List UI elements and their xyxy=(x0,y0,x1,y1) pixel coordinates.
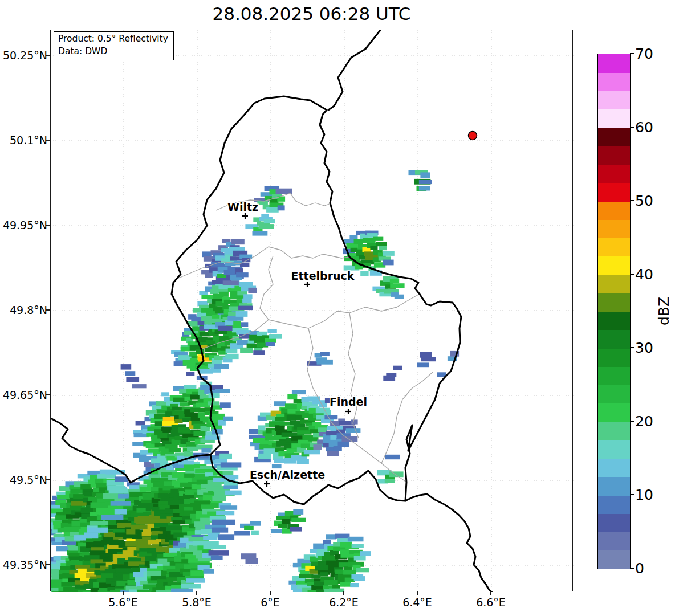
map-canvas: WiltzEttelbruckFindelEsch/Alzette xyxy=(51,30,574,592)
info-box: Product: 0.5° Reflectivity Data: DWD xyxy=(54,31,174,60)
colorbar-tick-label: 70 xyxy=(635,46,653,62)
lat-tick-label: 49.5°N xyxy=(0,474,47,486)
city-marker-icon xyxy=(304,282,310,287)
axis-tick xyxy=(123,591,124,595)
lon-tick-label: 6°E xyxy=(239,596,302,609)
colorbar-band xyxy=(598,238,630,257)
echo-layer xyxy=(51,170,459,592)
colorbar xyxy=(597,54,631,569)
axis-tick xyxy=(46,394,50,395)
colorbar-tick-label: 30 xyxy=(635,340,653,356)
colorbar-band xyxy=(598,183,630,202)
lon-tick-label: 6.2°E xyxy=(312,596,375,609)
lon-tick-label: 6.6°E xyxy=(460,596,522,609)
colorbar-tick-label: 60 xyxy=(635,119,653,136)
lon-tick-label: 6.4°E xyxy=(386,596,449,609)
colorbar-band xyxy=(598,293,630,312)
lat-tick-label: 50.25°N xyxy=(0,49,47,62)
colorbar-tick xyxy=(630,494,634,495)
axis-tick xyxy=(46,55,50,56)
lon-tick-label: 5.8°E xyxy=(165,596,228,609)
colorbar-band xyxy=(598,146,630,165)
figure-title: 28.08.2025 06:28 UTC xyxy=(50,3,573,24)
axis-tick xyxy=(46,140,50,141)
colorbar-band xyxy=(598,91,630,110)
axis-tick xyxy=(46,225,50,226)
colorbar-band xyxy=(598,109,630,128)
colorbar-band xyxy=(598,385,630,404)
colorbar-tick xyxy=(630,347,634,348)
colorbar-tick xyxy=(630,200,634,201)
colorbar-band xyxy=(598,72,630,91)
colorbar-axis-label: dBZ xyxy=(656,284,674,338)
colorbar-band xyxy=(598,532,630,551)
colorbar-band xyxy=(598,330,630,349)
colorbar-band xyxy=(598,495,630,514)
colorbar-band xyxy=(598,256,630,275)
lat-tick-label: 49.65°N xyxy=(0,389,47,401)
lat-tick-label: 50.1°N xyxy=(0,134,47,146)
colorbar-band xyxy=(598,128,630,146)
axis-tick xyxy=(46,309,50,311)
colorbar-band xyxy=(598,403,630,422)
colorbar-tick-label: 10 xyxy=(635,487,653,503)
lat-tick-label: 49.95°N xyxy=(0,219,47,231)
colorbar-band xyxy=(598,513,630,532)
colorbar-tick-label: 40 xyxy=(635,266,653,283)
colorbar-tick xyxy=(630,53,634,54)
city-marker-icon xyxy=(345,409,351,414)
lon-tick-label: 5.6°E xyxy=(92,596,154,609)
colorbar-band xyxy=(598,312,630,331)
radar-figure: { "title": "28.08.2025 06:28 UTC", "info… xyxy=(0,0,675,616)
info-product-line: Product: 0.5° Reflectivity xyxy=(58,33,168,46)
axis-tick xyxy=(46,564,50,565)
colorbar-band xyxy=(598,275,630,293)
city-label: Wiltz xyxy=(227,201,258,213)
colorbar-tick xyxy=(630,568,634,569)
colorbar-tick xyxy=(630,421,634,422)
axis-tick xyxy=(417,591,418,595)
city-marker-icon xyxy=(242,213,248,219)
colorbar-band xyxy=(598,550,630,569)
colorbar-band xyxy=(598,366,630,385)
radar-site-dot xyxy=(469,132,477,140)
colorbar-band xyxy=(598,165,630,183)
city-label: Findel xyxy=(330,395,367,408)
axis-tick xyxy=(46,479,50,480)
colorbar-band xyxy=(598,54,630,73)
colorbar-tick xyxy=(630,274,634,275)
colorbar-band xyxy=(598,440,630,459)
axis-tick xyxy=(196,591,197,595)
info-data-line: Data: DWD xyxy=(58,46,168,58)
lat-tick-label: 49.8°N xyxy=(0,304,47,316)
colorbar-band xyxy=(598,348,630,367)
colorbar-tick-label: 0 xyxy=(635,560,644,577)
colorbar-band xyxy=(598,459,630,478)
axis-tick xyxy=(490,591,491,595)
colorbar-band xyxy=(598,201,630,220)
city-marker-icon xyxy=(264,481,270,487)
colorbar-tick xyxy=(630,127,634,128)
city-label: Esch/Alzette xyxy=(250,468,325,481)
colorbar-band xyxy=(598,422,630,440)
map-plot: WiltzEttelbruckFindelEsch/Alzette Produc… xyxy=(50,30,573,591)
colorbar-tick-label: 20 xyxy=(635,413,653,430)
colorbar-band xyxy=(598,477,630,496)
axis-tick xyxy=(343,591,344,595)
city-label: Ettelbruck xyxy=(291,270,355,282)
lat-tick-label: 49.35°N xyxy=(0,558,47,571)
colorbar-band xyxy=(598,219,630,238)
colorbar-tick-label: 50 xyxy=(635,193,653,209)
axis-tick xyxy=(270,591,271,595)
